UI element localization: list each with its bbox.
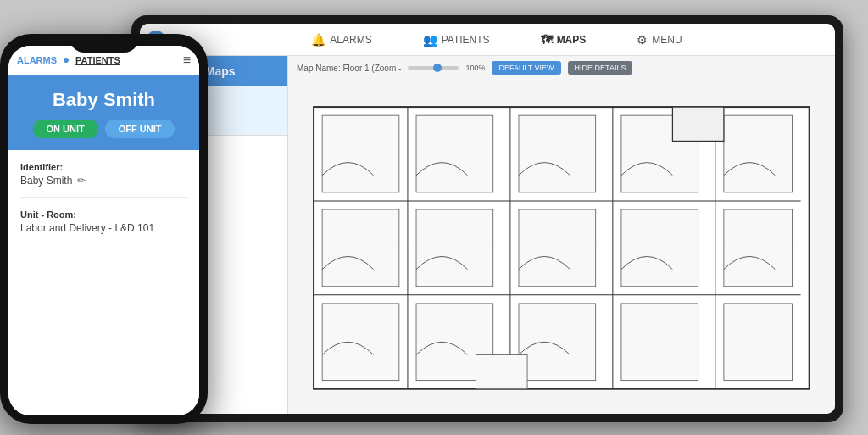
- tablet-screen: ◀ 🔔 ALARMS 👥 PATIENTS 🗺 MAPS ⚙ MENU: [140, 24, 835, 414]
- phone-alarms-tab[interactable]: ALARMS: [17, 55, 57, 65]
- edit-icon[interactable]: ✏: [77, 175, 86, 187]
- off-unit-button[interactable]: OFF UNIT: [105, 120, 175, 138]
- menu-label: MENU: [652, 34, 682, 46]
- unit-room-value: Labor and Delivery - L&D 101: [20, 222, 187, 234]
- tablet-nav: ◀ 🔔 ALARMS 👥 PATIENTS 🗺 MAPS ⚙ MENU: [140, 24, 835, 56]
- default-view-button[interactable]: DEFAULT VIEW: [492, 61, 560, 75]
- identifier-value-row: Baby Smith ✏: [20, 175, 187, 198]
- unit-buttons: ON UNIT OFF UNIT: [17, 120, 191, 138]
- phone-patient-header: Baby Smith ON UNIT OFF UNIT: [8, 75, 199, 150]
- svg-rect-21: [724, 304, 793, 381]
- phone-patients-tab[interactable]: PATIENTS: [75, 55, 120, 65]
- svg-rect-13: [416, 209, 493, 287]
- unit-room-section: Unit - Room: Labor and Delivery - L&D 10…: [20, 209, 187, 234]
- unit-room-label: Unit - Room:: [20, 209, 187, 220]
- zoom-slider[interactable]: [408, 66, 459, 70]
- svg-rect-19: [519, 304, 596, 381]
- identifier-label: Identifier:: [20, 162, 187, 172]
- alarms-notification-dot: [64, 58, 69, 63]
- svg-rect-8: [416, 115, 493, 192]
- patients-icon: 👥: [423, 33, 437, 47]
- tablet-nav-tabs: 🔔 ALARMS 👥 PATIENTS 🗺 MAPS ⚙ MENU: [165, 33, 828, 47]
- zoom-label: 100%: [465, 64, 485, 72]
- tablet-map-area: Map Name: Floor 1 (Zoom - 100% DEFAULT V…: [288, 56, 835, 414]
- maps-label: MAPS: [557, 34, 587, 46]
- slider-thumb: [433, 64, 442, 72]
- patients-label: PATIENTS: [442, 34, 490, 46]
- phone-screen: ALARMS PATIENTS ≡ Baby Smith ON UNIT OFF…: [8, 46, 199, 415]
- svg-rect-7: [322, 115, 399, 192]
- svg-rect-23: [476, 354, 527, 388]
- svg-rect-14: [519, 209, 596, 287]
- map-name-label: Map Name: Floor 1 (Zoom -: [297, 64, 401, 73]
- patient-name: Baby Smith: [17, 89, 191, 111]
- maps-icon: 🗺: [541, 33, 553, 47]
- svg-rect-20: [621, 304, 698, 381]
- alarms-icon: 🔔: [311, 33, 326, 47]
- phone-menu-icon[interactable]: ≡: [183, 53, 191, 68]
- svg-rect-12: [322, 209, 399, 287]
- map-toolbar: Map Name: Floor 1 (Zoom - 100% DEFAULT V…: [297, 61, 632, 75]
- svg-rect-15: [621, 209, 698, 287]
- phone-body: Identifier: Baby Smith ✏ Unit - Room: La…: [8, 150, 199, 415]
- tab-alarms[interactable]: 🔔 ALARMS: [311, 33, 371, 47]
- svg-rect-9: [519, 115, 596, 192]
- svg-rect-11: [724, 115, 793, 192]
- tablet-device: ◀ 🔔 ALARMS 👥 PATIENTS 🗺 MAPS ⚙ MENU: [131, 15, 843, 422]
- phone-notch: [70, 34, 138, 53]
- svg-rect-17: [322, 304, 399, 381]
- tab-maps[interactable]: 🗺 MAPS: [541, 33, 587, 47]
- tab-patients[interactable]: 👥 PATIENTS: [423, 33, 490, 47]
- tablet-content: Available Maps Floor 1 Map Name: Floor 1…: [140, 56, 835, 414]
- floor-plan-svg: [302, 98, 821, 398]
- svg-rect-22: [673, 107, 724, 141]
- identifier-section: Identifier: Baby Smith ✏: [20, 162, 187, 198]
- hide-details-button[interactable]: HIDE DETAILS: [568, 61, 633, 75]
- menu-icon: ⚙: [637, 33, 648, 47]
- floor-plan-container: [288, 81, 835, 414]
- tab-menu[interactable]: ⚙ MENU: [637, 33, 682, 47]
- on-unit-button[interactable]: ON UNIT: [33, 120, 98, 138]
- alarms-label: ALARMS: [330, 34, 371, 46]
- phone-device: ALARMS PATIENTS ≡ Baby Smith ON UNIT OFF…: [0, 34, 208, 424]
- identifier-value: Baby Smith: [20, 175, 72, 187]
